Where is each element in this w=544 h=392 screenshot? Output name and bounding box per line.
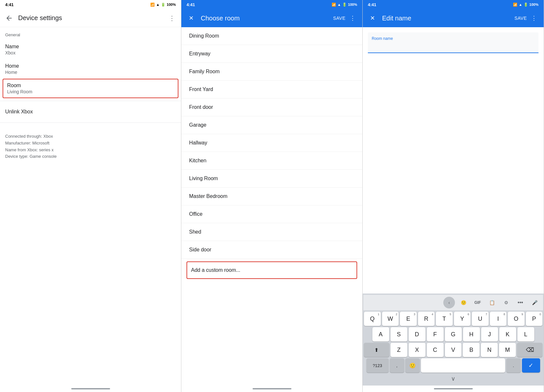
- gif-label: GIF: [474, 300, 481, 305]
- key-b[interactable]: B: [463, 343, 480, 357]
- keyboard-row-3: Z X C V B N M: [364, 343, 542, 357]
- key-o[interactable]: 9O: [508, 312, 525, 326]
- room-office[interactable]: Office: [181, 205, 362, 223]
- room-sidedoor[interactable]: Side door: [181, 241, 362, 259]
- key-t[interactable]: 5T: [436, 312, 453, 326]
- time-2: 4:41: [187, 2, 195, 7]
- signal-icon: ▲: [156, 3, 160, 6]
- key-y[interactable]: 6Y: [454, 312, 471, 326]
- home-indicator-2: [253, 388, 291, 389]
- key-f[interactable]: F: [427, 327, 444, 341]
- key-l[interactable]: L: [517, 327, 534, 341]
- back-button[interactable]: [5, 14, 13, 22]
- room-living[interactable]: Living Room: [181, 170, 362, 188]
- keyboard-back-btn[interactable]: ‹: [443, 297, 455, 308]
- unlink-button[interactable]: Unlink Xbox: [0, 104, 181, 120]
- room-dining[interactable]: Dining Room: [181, 27, 362, 45]
- room-item[interactable]: Room Living Room: [3, 79, 178, 98]
- voice-input-btn[interactable]: 🎤: [529, 297, 540, 308]
- signal-icon-3: ▲: [519, 3, 522, 6]
- battery-pct-3: 100%: [529, 3, 538, 6]
- space-key[interactable]: [421, 358, 505, 373]
- name-value: Xbox: [5, 50, 176, 55]
- close-button-3[interactable]: [368, 14, 377, 23]
- comma-key[interactable]: ,: [390, 358, 404, 373]
- shift-key[interactable]: [364, 343, 389, 357]
- key-j[interactable]: J: [481, 327, 498, 341]
- add-custom-room-button[interactable]: Add a custom room...: [187, 261, 357, 279]
- gear-icon: ⚙: [504, 300, 508, 305]
- key-g[interactable]: G: [445, 327, 462, 341]
- key-v[interactable]: V: [445, 343, 462, 357]
- key-c[interactable]: C: [427, 343, 444, 357]
- chevron-down-icon[interactable]: ∨: [451, 375, 455, 382]
- key-w[interactable]: 2W: [382, 312, 399, 326]
- save-button-3[interactable]: SAVE: [515, 16, 527, 21]
- device-settings-toolbar: Device settings ⋮: [0, 9, 181, 27]
- symbol-key[interactable]: ?123: [367, 358, 389, 373]
- name-item[interactable]: Name Xbox: [0, 40, 181, 59]
- time-3: 4:41: [368, 2, 376, 7]
- key-u[interactable]: 7U: [472, 312, 489, 326]
- key-e[interactable]: 3E: [400, 312, 417, 326]
- edit-name-toolbar: Edit name SAVE ⋮: [363, 9, 544, 27]
- edit-name-panel: 4:41 📶 ▲ 🔋 100% Edit name SAVE ⋮ Room na…: [363, 0, 544, 392]
- period-key[interactable]: .: [506, 358, 521, 373]
- room-shed[interactable]: Shed: [181, 223, 362, 241]
- gif-btn[interactable]: GIF: [472, 297, 483, 308]
- room-name-container[interactable]: Room name: [368, 32, 538, 53]
- backspace-key[interactable]: [517, 343, 542, 357]
- battery-pct-1: 100%: [167, 3, 176, 6]
- emoji-keyboard-icon: 🙂: [461, 300, 466, 305]
- clipboard-icon: 📋: [489, 300, 495, 305]
- key-a[interactable]: A: [372, 327, 389, 341]
- room-hallway[interactable]: Hallway: [181, 134, 362, 152]
- key-m[interactable]: M: [499, 343, 516, 357]
- divider-2: [0, 122, 181, 123]
- room-entryway[interactable]: Entryway: [181, 45, 362, 63]
- keyboard-settings-btn[interactable]: ⚙: [500, 297, 512, 308]
- key-z[interactable]: Z: [391, 343, 407, 357]
- battery-pct-2: 100%: [348, 3, 357, 6]
- key-k[interactable]: K: [499, 327, 516, 341]
- key-p[interactable]: 0P: [526, 312, 543, 326]
- clipboard-btn[interactable]: 📋: [486, 297, 498, 308]
- more-options-button-3[interactable]: ⋮: [529, 14, 538, 23]
- key-r[interactable]: 4R: [418, 312, 435, 326]
- key-h[interactable]: H: [463, 327, 480, 341]
- home-indicator-3: [434, 388, 473, 389]
- room-family[interactable]: Family Room: [181, 63, 362, 81]
- room-name-input[interactable]: [372, 42, 535, 50]
- room-frontdoor[interactable]: Front door: [181, 98, 362, 116]
- room-kitchen[interactable]: Kitchen: [181, 152, 362, 170]
- save-button-2[interactable]: SAVE: [333, 16, 346, 21]
- home-value: Home: [5, 70, 176, 75]
- status-icons-3: 📶 ▲ 🔋 100%: [513, 3, 538, 7]
- keyboard-row-1: 1Q 2W 3E 4R 5T 6Y 7U 8I 9O 0P: [364, 312, 542, 326]
- status-bar-2: 4:41 📶 ▲ 🔋 100%: [181, 0, 362, 9]
- enter-key[interactable]: ✓: [522, 358, 540, 373]
- device-info-type: Device type: Game console: [5, 153, 176, 160]
- key-x[interactable]: X: [409, 343, 425, 357]
- emoji-keyboard-btn[interactable]: 🙂: [458, 297, 469, 308]
- room-master[interactable]: Master Bedroom: [181, 188, 362, 205]
- key-i[interactable]: 8I: [490, 312, 507, 326]
- key-n[interactable]: N: [481, 343, 498, 357]
- key-s[interactable]: S: [391, 327, 407, 341]
- more-keyboard-btn[interactable]: •••: [515, 297, 526, 308]
- more-options-button-2[interactable]: ⋮: [348, 14, 357, 23]
- key-q[interactable]: 1Q: [364, 312, 381, 326]
- emoji-key[interactable]: 🙂: [405, 358, 420, 373]
- wifi-icon-3: 📶: [513, 3, 517, 7]
- shift-icon: [374, 347, 379, 353]
- close-button-2[interactable]: [187, 14, 196, 23]
- home-item[interactable]: Home Home: [0, 59, 181, 79]
- toolbar-title-2: Choose room: [201, 15, 333, 22]
- more-options-button-1[interactable]: ⋮: [168, 14, 176, 22]
- keyboard: ‹ 🙂 GIF 📋 ⚙ ••• 🎤 1Q 2W 3E: [363, 294, 544, 386]
- key-d[interactable]: D: [409, 327, 425, 341]
- wifi-icon: 📶: [150, 3, 155, 7]
- room-frontyard[interactable]: Front Yard: [181, 81, 362, 98]
- status-bar-3: 4:41 📶 ▲ 🔋 100%: [363, 0, 544, 9]
- room-garage[interactable]: Garage: [181, 116, 362, 134]
